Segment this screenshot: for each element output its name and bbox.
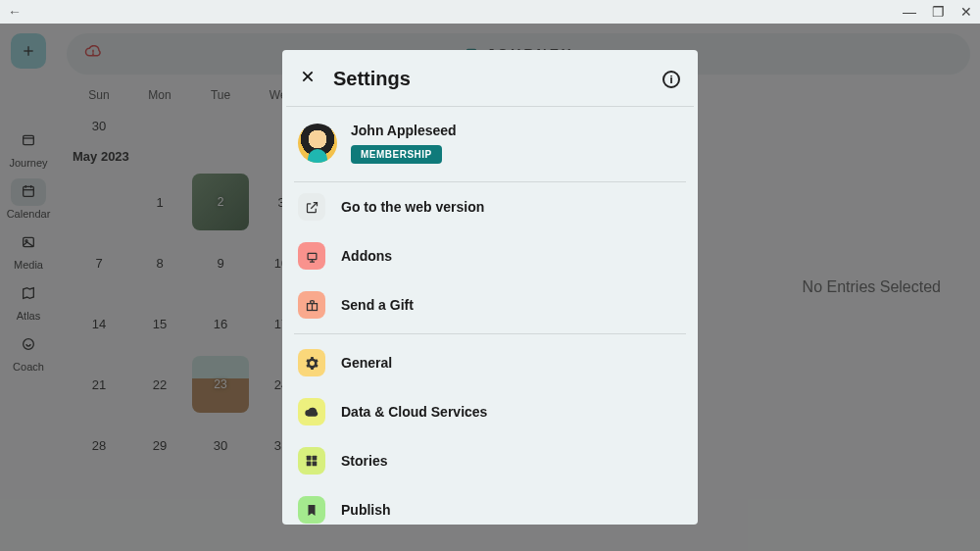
menu-label: General [341, 355, 392, 371]
menu-label: Data & Cloud Services [341, 404, 487, 420]
svg-rect-20 [307, 456, 312, 461]
settings-title: Settings [333, 68, 645, 90]
svg-rect-15 [308, 253, 317, 259]
cloud-icon [298, 398, 325, 426]
menu-general[interactable]: General [290, 338, 690, 387]
titlebar: ← — ❐ ✕ [0, 0, 980, 24]
membership-badge: MEMBERSHIP [351, 145, 442, 164]
menu-send-gift[interactable]: Send a Gift [290, 280, 690, 329]
minimize-button[interactable]: — [903, 4, 916, 20]
menu-label: Send a Gift [341, 297, 414, 313]
menu-label: Go to the web version [341, 199, 484, 215]
gift-icon [298, 291, 325, 319]
close-window-button[interactable]: ✕ [960, 4, 972, 20]
restore-button[interactable]: ❐ [932, 4, 945, 20]
svg-rect-21 [313, 456, 318, 461]
menu-addons[interactable]: Addons [290, 231, 690, 280]
svg-rect-23 [313, 462, 318, 467]
settings-modal: Settings i John Appleseed MEMBERSHIP Go … [282, 50, 698, 525]
menu-label: Publish [341, 502, 391, 518]
back-button[interactable]: ← [8, 4, 22, 20]
menu-web-version[interactable]: Go to the web version [290, 182, 690, 231]
avatar [298, 124, 337, 163]
menu-label: Addons [341, 248, 392, 264]
addons-icon [298, 242, 325, 270]
grid-icon [298, 447, 325, 475]
profile-row[interactable]: John Appleseed MEMBERSHIP [290, 107, 690, 181]
external-link-icon [298, 193, 325, 221]
info-icon[interactable]: i [662, 71, 680, 88]
gear-icon [298, 349, 325, 376]
bookmark-icon [298, 496, 325, 524]
svg-rect-22 [307, 462, 312, 467]
menu-stories[interactable]: Stories [290, 436, 690, 485]
menu-label: Stories [341, 453, 387, 469]
menu-publish[interactable]: Publish [290, 485, 690, 525]
menu-data-cloud[interactable]: Data & Cloud Services [290, 387, 690, 436]
profile-name: John Appleseed [351, 123, 457, 138]
close-icon[interactable] [300, 69, 316, 89]
